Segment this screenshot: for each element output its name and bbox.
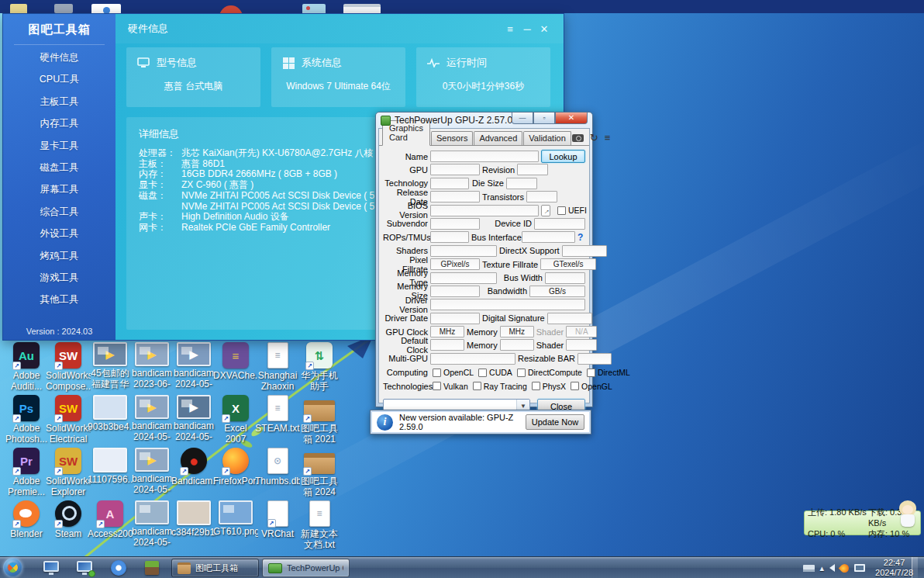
traffic-monitor-gadget[interactable]: 上传: 1.80 KB/s 下载: 0.32 KB/s CPU: 0 % 内存:…	[804, 511, 921, 535]
taskbar-button-gpuz[interactable]: TechPowerUp G...	[262, 559, 350, 577]
feature-checkbox[interactable]: CUDA	[478, 368, 512, 377]
desktop-icon[interactable]: ↗ 图吧工具箱 2021	[299, 395, 340, 445]
sidebar-item[interactable]: 硬件信息	[3, 47, 116, 68]
bus-width-field[interactable]	[545, 272, 585, 284]
default-clock-field[interactable]	[430, 339, 464, 351]
sidebar-item[interactable]: 烤鸡工具	[3, 245, 116, 267]
desktop-icon[interactable]: SW ↗ SolidWorks Compose...	[48, 342, 88, 393]
feature-checkbox[interactable]: Ray Tracing	[473, 382, 527, 391]
transistors-field[interactable]	[526, 191, 557, 202]
revision-field[interactable]	[517, 164, 548, 175]
start-button[interactable]	[3, 558, 22, 577]
desktop-icon[interactable]: ≡ Shanghai Zhaoxin S...	[257, 342, 298, 393]
sidebar-item[interactable]: 显卡工具	[3, 135, 116, 157]
desktop-icon[interactable]: ▶ bandicam 2024-05-2...	[174, 342, 214, 391]
desktop-icon[interactable]: SW ↗ SolidWorks Electrical	[48, 395, 88, 445]
tab[interactable]: Advanced	[474, 131, 522, 145]
desktop-icon[interactable]: ⇅ ↗ 华为手机助手	[299, 342, 340, 393]
default-memory-field[interactable]	[500, 339, 534, 351]
feature-checkbox[interactable]: Vulkan	[433, 382, 468, 391]
taskbar-icon-minecraft[interactable]	[143, 559, 160, 576]
screenshot-camera-icon[interactable]	[572, 134, 584, 142]
desktop-icon[interactable]: Pr ↗ Adobe Premie...	[6, 448, 47, 498]
sidebar-item[interactable]: 内存工具	[3, 112, 116, 134]
rops-tmus-field[interactable]	[430, 231, 469, 243]
driver-version-field[interactable]	[430, 299, 585, 310]
gpuz-maximize-button[interactable]: ▫	[533, 112, 555, 124]
desktop-icon[interactable]: ▶ bandicam 2024-05-2...	[132, 448, 172, 497]
feature-checkbox[interactable]: OpenGL	[571, 382, 612, 391]
sidebar-item[interactable]: 其他工具	[3, 289, 116, 310]
memory-clock-field[interactable]: MHz	[500, 326, 534, 337]
desktop-icon[interactable]: ↗ FirefoxPor...	[215, 448, 256, 487]
gpu-clock-field[interactable]: MHz	[430, 326, 464, 337]
toolbox-close-button[interactable]: ✕	[536, 23, 553, 35]
default-shader-field[interactable]	[566, 339, 597, 351]
desktop-icon[interactable]: c384f29b1...	[174, 500, 214, 538]
tray-volume-icon[interactable]	[829, 564, 835, 572]
shaders-field[interactable]	[430, 245, 497, 257]
sidebar-item[interactable]: 屏幕工具	[3, 178, 116, 200]
sidebar-item[interactable]: CPU工具	[3, 68, 116, 90]
sidebar-item[interactable]: 游戏工具	[3, 267, 116, 289]
release-date-field[interactable]	[430, 191, 480, 202]
desktop-icon[interactable]: ● ↗ Bandicam...	[174, 448, 214, 487]
desktop-icon[interactable]: ≡ STEAM.txt	[257, 395, 298, 434]
feature-checkbox[interactable]: DirectML	[587, 368, 630, 377]
desktop-icon[interactable]: bandicam 2024-05-2...	[132, 500, 172, 549]
name-field[interactable]	[430, 151, 539, 162]
desktop-icon[interactable]: ↗ Blender	[6, 500, 47, 540]
desktop-icon[interactable]: 903b3be4...	[90, 395, 130, 433]
toolbox-menu-icon[interactable]: ≡	[502, 23, 519, 35]
texture-fillrate-field[interactable]: GTexel/s	[540, 258, 596, 270]
desktop-icon[interactable]: ▶ bandicam 2023-06-0...	[132, 342, 172, 391]
directx-support-field[interactable]	[562, 245, 607, 257]
sidebar-item[interactable]: 综合工具	[3, 201, 116, 223]
bandwidth-field[interactable]: GB/s	[529, 286, 585, 297]
feature-checkbox[interactable]: OpenCL	[433, 368, 474, 377]
desktop-icon[interactable]: ≡ DXVAChe...	[215, 342, 256, 382]
taskbar-icon-remote-desktop[interactable]	[43, 559, 60, 576]
tab[interactable]: Validation	[523, 131, 571, 145]
sidebar-item[interactable]: 磁盘工具	[3, 157, 116, 178]
feature-checkbox[interactable]: DirectCompute	[517, 368, 582, 377]
driver-date-field[interactable]	[430, 313, 480, 324]
update-now-button[interactable]: Update Now	[526, 414, 584, 430]
desktop-icon[interactable]: ⊙ Thumbs.db	[257, 448, 298, 487]
bios-version-field[interactable]	[430, 205, 539, 216]
tray-security-icon[interactable]	[839, 562, 851, 574]
desktop-icon[interactable]: 11107596...	[90, 448, 130, 486]
sidebar-item[interactable]: 外设工具	[3, 223, 116, 244]
tray-network-icon[interactable]	[854, 564, 865, 572]
multi-gpu-field[interactable]	[430, 353, 515, 365]
toolbox-minimize-button[interactable]: ─	[519, 23, 536, 35]
memory-type-field[interactable]	[430, 272, 497, 284]
share-icon[interactable]: →	[541, 205, 550, 216]
tray-show-hidden-icons[interactable]: ▴	[820, 563, 825, 573]
desktop-icon[interactable]: ↗ 图吧工具箱 2024	[299, 448, 340, 498]
desktop-icon[interactable]: GT610.png	[215, 500, 256, 538]
device-id-field[interactable]	[534, 218, 585, 230]
desktop-icon[interactable]: SW ↗ SolidWorks Explorer ...	[48, 448, 88, 499]
desktop-icon[interactable]: ▶ bandicam 2024-05-2...	[132, 395, 172, 444]
bus-interface-field[interactable]	[522, 231, 575, 243]
desktop-icon[interactable]: Au ↗ Adobe Auditi...	[6, 342, 47, 393]
desktop-icon[interactable]: X ↗ Excel 2007	[215, 395, 256, 445]
gpuz-close-icon[interactable]: ✕	[555, 112, 588, 124]
desktop-icon[interactable]: ↗ Steam	[48, 500, 88, 540]
subvendor-field[interactable]	[430, 218, 480, 230]
digital-signature-field[interactable]	[547, 313, 592, 324]
gpu-field[interactable]	[430, 164, 480, 175]
help-icon[interactable]: ?	[578, 232, 585, 243]
desktop-icon[interactable]: Ps ↗ Adobe Photosh...	[6, 395, 47, 445]
desktop-icon[interactable]: A ↗ Access2007	[90, 500, 130, 540]
desktop-icon[interactable]: ≡ 新建文本文档.txt	[299, 500, 340, 551]
resizable-bar-field[interactable]	[578, 353, 612, 365]
gpuz-minimize-button[interactable]: —	[512, 112, 533, 124]
tray-keyboard-icon[interactable]	[803, 565, 815, 572]
pixel-fillrate-field[interactable]: GPixel/s	[430, 258, 480, 270]
taskbar-icon-device-manager[interactable]	[76, 559, 93, 576]
taskbar-button-toolbox[interactable]: 图吧工具箱	[171, 559, 259, 577]
desktop-icon[interactable]: ↗ VRChat	[257, 500, 298, 540]
lookup-button[interactable]: Lookup	[541, 150, 585, 163]
